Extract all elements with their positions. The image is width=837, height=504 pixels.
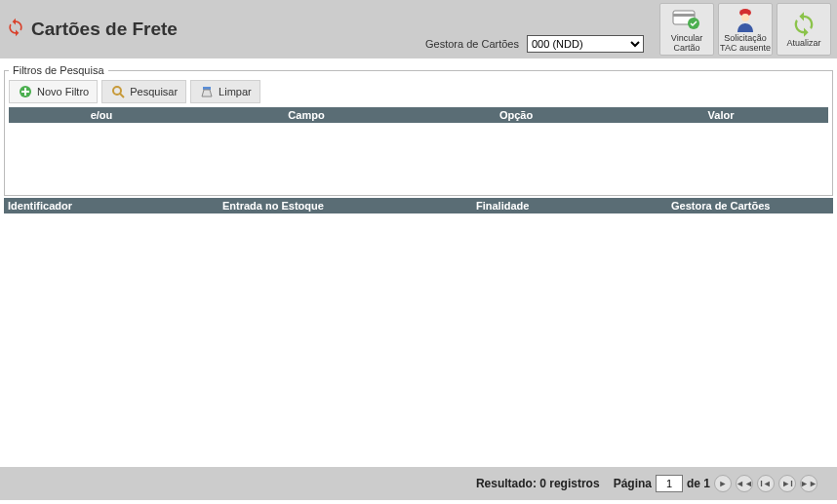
vincular-cartao-button[interactable]: Vincular Cartão <box>659 3 714 56</box>
header-bar: Cartões de Frete Gestora de Cartões 000 … <box>0 0 837 58</box>
person-icon <box>730 5 761 34</box>
grid-col-entrada: Entrada no Estoque <box>222 200 476 212</box>
filters-fieldset: Filtros de Pesquisa Novo Filtro Pesquisa… <box>4 64 833 196</box>
gestora-select[interactable]: 000 (NDD) <box>527 35 644 53</box>
atualizar-button[interactable]: Atualizar <box>777 3 831 56</box>
pager-next-icon[interactable]: ► <box>714 475 732 492</box>
pager-rewind-icon[interactable]: ◄◄ <box>736 475 753 492</box>
page-title-wrap: Cartões de Frete <box>6 18 178 42</box>
limpar-button[interactable]: Limpar <box>190 80 260 103</box>
plus-icon <box>18 84 33 99</box>
pesquisar-button[interactable]: Pesquisar <box>101 80 186 103</box>
filter-toolbar: Novo Filtro Pesquisar Limpar <box>9 80 828 103</box>
grid-col-gestora: Gestora de Cartões <box>671 200 829 212</box>
pager-last-icon[interactable]: ►I <box>778 475 796 492</box>
svg-line-7 <box>120 94 124 97</box>
pager-prev-icon[interactable]: I◄ <box>757 475 775 492</box>
filter-col-campo: Campo <box>194 109 418 121</box>
vincular-cartao-label: Vincular Cartão <box>660 34 713 54</box>
footer-bar: Resultado: 0 registros Página de 1 ► ◄◄ … <box>0 467 837 500</box>
refresh-icon <box>788 10 819 39</box>
atualizar-label: Atualizar <box>786 39 820 49</box>
svg-point-4 <box>741 14 749 21</box>
grid-columns-header: Identificador Entrada no Estoque Finalid… <box>4 198 833 213</box>
grid-col-identificador: Identificador <box>8 200 222 212</box>
pagina-label: Página <box>614 477 652 490</box>
solicitacao-tac-button[interactable]: Solicitação TAC ausente <box>718 3 773 56</box>
pesquisar-label: Pesquisar <box>130 86 178 97</box>
de-label: de 1 <box>687 477 710 490</box>
filter-columns-header: e/ou Campo Opção Valor <box>9 107 828 123</box>
search-icon <box>110 84 126 99</box>
svg-point-6 <box>113 87 121 95</box>
page-title: Cartões de Frete <box>31 19 178 40</box>
clear-icon <box>199 84 215 99</box>
grid-col-finalidade: Finalidade <box>476 200 671 212</box>
card-link-icon <box>671 5 702 34</box>
filter-col-eou: e/ou <box>9 109 194 121</box>
filter-body <box>9 123 828 191</box>
limpar-label: Limpar <box>219 86 252 97</box>
filter-col-opcao: Opção <box>418 109 614 121</box>
brand-refresh-icon <box>6 18 25 42</box>
result-count: Resultado: 0 registros <box>476 477 600 490</box>
gestora-selector: Gestora de Cartões 000 (NDD) <box>425 35 644 53</box>
svg-rect-1 <box>673 14 695 17</box>
page-input[interactable] <box>656 475 683 492</box>
pager-ff-icon[interactable]: ►► <box>800 475 817 492</box>
novo-filtro-label: Novo Filtro <box>37 86 89 97</box>
novo-filtro-button[interactable]: Novo Filtro <box>9 80 98 103</box>
gestora-label: Gestora de Cartões <box>425 38 519 50</box>
filters-legend: Filtros de Pesquisa <box>9 64 108 76</box>
solicitacao-tac-label: Solicitação TAC ausente <box>719 34 772 54</box>
filter-col-valor: Valor <box>614 109 828 121</box>
grid-body <box>4 213 833 467</box>
pager: Página de 1 ► ◄◄ I◄ ►I ►► <box>614 475 817 492</box>
